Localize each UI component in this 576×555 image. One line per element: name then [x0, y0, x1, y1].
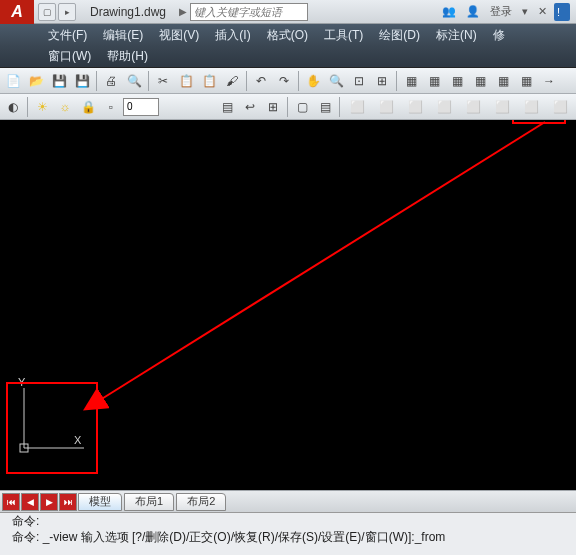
copy-icon[interactable]: 📋	[175, 70, 197, 92]
separator	[298, 71, 299, 91]
layers-viewport-toolbar: ◐ ☀ ☼ 🔒 ▫ 0 ▤ ↩ ⊞ ▢ ▤ ⬜ ⬜ ⬜ ⬜ ⬜ ⬜ ⬜ ⬜	[0, 94, 576, 120]
match-icon[interactable]: 🖌	[221, 70, 243, 92]
annotation-box-top	[512, 120, 566, 124]
layer-prev-icon[interactable]: ↩	[239, 96, 261, 118]
layer-lock-icon[interactable]: 🔒	[77, 96, 99, 118]
layer-dropdown[interactable]: 0	[123, 98, 159, 116]
redo-icon[interactable]: ↷	[273, 70, 295, 92]
menu-insert[interactable]: 插入(I)	[207, 24, 258, 46]
viewport-poly-icon[interactable]: ▤	[314, 96, 336, 118]
menu-view[interactable]: 视图(V)	[151, 24, 207, 46]
separator	[96, 71, 97, 91]
print-icon[interactable]: 🖨	[100, 70, 122, 92]
view-bottom-icon[interactable]: ⬜	[372, 96, 400, 118]
dropdown-icon[interactable]: ▾	[519, 3, 531, 21]
menu-dimension[interactable]: 标注(N)	[428, 24, 485, 46]
design-center-icon[interactable]: ▦	[423, 70, 445, 92]
layer-state-icon[interactable]: ▤	[216, 96, 238, 118]
communication-icon[interactable]: ✕	[535, 3, 550, 21]
menu-edit[interactable]: 编辑(E)	[95, 24, 151, 46]
svg-line-0	[100, 122, 545, 400]
preview-icon[interactable]: 🔍	[123, 70, 145, 92]
view-front-icon[interactable]: ⬜	[459, 96, 487, 118]
command-prompt: 命令: _-view 输入选项 [?/删除(D)/正交(O)/恢复(R)/保存(…	[6, 529, 570, 545]
cut-icon[interactable]: ✂	[152, 70, 174, 92]
menubar: 文件(F) 编辑(E) 视图(V) 插入(I) 格式(O) 工具(T) 绘图(D…	[0, 24, 576, 46]
layout-tabs: ⏮ ◀ ▶ ⏭ 模型 布局1 布局2	[0, 490, 576, 512]
view-top-icon[interactable]: ⬜	[343, 96, 371, 118]
command-area[interactable]: 命令: 命令: _-view 输入选项 [?/删除(D)/正交(O)/恢复(R)…	[0, 512, 576, 555]
sheet-icon[interactable]: ▦	[469, 70, 491, 92]
standard-toolbar: 📄 📂 💾 💾 🖨 🔍 ✂ 📋 📋 🖌 ↶ ↷ ✋ 🔍 ⊡ ⊞ ▦ ▦ ▦ ▦ …	[0, 68, 576, 94]
menu-window[interactable]: 窗口(W)	[40, 46, 99, 68]
qat-open-icon[interactable]: ▸	[58, 3, 76, 21]
tab-prev-icon[interactable]: ◀	[21, 493, 39, 511]
file-name: Drawing1.dwg	[80, 5, 176, 19]
tab-model[interactable]: 模型	[78, 493, 122, 511]
pan-icon[interactable]: ✋	[302, 70, 324, 92]
separator	[396, 71, 397, 91]
layer-tools-icon[interactable]: ⊞	[262, 96, 284, 118]
paste-icon[interactable]: 📋	[198, 70, 220, 92]
properties-icon[interactable]: ▦	[400, 70, 422, 92]
separator	[27, 97, 28, 117]
layer-color-icon[interactable]: ▫	[100, 96, 122, 118]
undo-icon[interactable]: ↶	[250, 70, 272, 92]
tab-layout1[interactable]: 布局1	[124, 493, 174, 511]
layer-sun-icon[interactable]: ☀	[31, 96, 53, 118]
drawing-canvas[interactable]: Y X	[0, 120, 576, 490]
qat-new-icon[interactable]: ▢	[38, 3, 56, 21]
command-history: 命令:	[6, 513, 570, 529]
login-button[interactable]: 登录	[487, 3, 515, 21]
zoom-prev-icon[interactable]: ⊞	[371, 70, 393, 92]
calc-icon[interactable]: ▦	[515, 70, 537, 92]
palette-icon[interactable]: ▦	[446, 70, 468, 92]
menu-modify[interactable]: 修	[485, 24, 513, 46]
arrow-right-icon[interactable]: →	[538, 70, 560, 92]
zoom-realtime-icon[interactable]: 🔍	[325, 70, 347, 92]
layer-freeze-icon[interactable]: ☼	[54, 96, 76, 118]
separator	[148, 71, 149, 91]
save-icon[interactable]: 💾	[48, 70, 70, 92]
viewport-single-icon[interactable]: ▢	[291, 96, 313, 118]
app-logo[interactable]: A	[0, 0, 34, 24]
current-layer: 0	[127, 101, 133, 112]
menu-file[interactable]: 文件(F)	[40, 24, 95, 46]
zoom-window-icon[interactable]: ⊡	[348, 70, 370, 92]
tab-layout2[interactable]: 布局2	[176, 493, 226, 511]
view-se-iso-icon[interactable]: ⬜	[546, 96, 574, 118]
separator	[287, 97, 288, 117]
view-sw-iso-icon[interactable]: ⬜	[517, 96, 545, 118]
saveas-icon[interactable]: 💾	[71, 70, 93, 92]
open-icon[interactable]: 📂	[25, 70, 47, 92]
view-left-icon[interactable]: ⬜	[401, 96, 429, 118]
help-icon[interactable]: !	[554, 3, 570, 21]
tab-next-icon[interactable]: ▶	[40, 493, 58, 511]
user-icon[interactable]: 👤	[463, 3, 483, 21]
tab-first-icon[interactable]: ⏮	[2, 493, 20, 511]
search-input[interactable]	[190, 3, 308, 21]
menubar2: 窗口(W) 帮助(H)	[0, 46, 576, 68]
signin-icon[interactable]: 👥	[439, 3, 459, 21]
markup-icon[interactable]: ▦	[492, 70, 514, 92]
menu-draw[interactable]: 绘图(D)	[371, 24, 428, 46]
view-back-icon[interactable]: ⬜	[488, 96, 516, 118]
annotation-box-origin	[6, 382, 98, 474]
menu-help[interactable]: 帮助(H)	[99, 46, 156, 68]
separator	[339, 97, 340, 117]
breadcrumb-arrow-icon: ▶	[176, 6, 190, 17]
tab-last-icon[interactable]: ⏭	[59, 493, 77, 511]
menu-format[interactable]: 格式(O)	[259, 24, 316, 46]
menu-tools[interactable]: 工具(T)	[316, 24, 371, 46]
separator	[246, 71, 247, 91]
view-right-icon[interactable]: ⬜	[430, 96, 458, 118]
new-icon[interactable]: 📄	[2, 70, 24, 92]
layer-filter-icon[interactable]: ◐	[2, 96, 24, 118]
